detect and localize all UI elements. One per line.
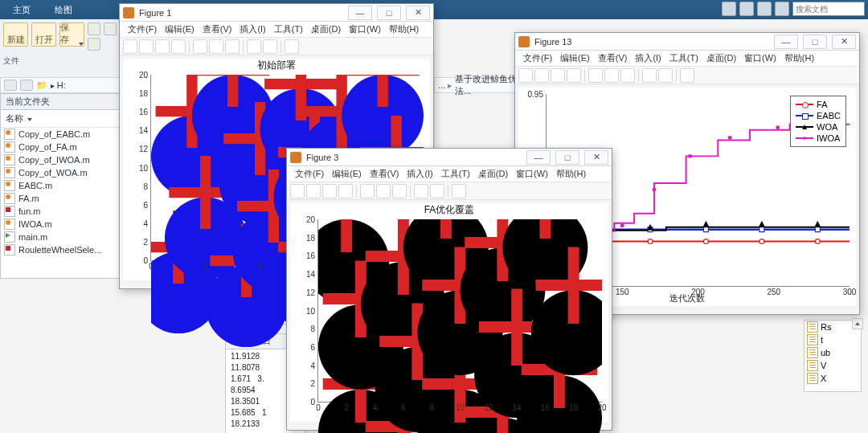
print-fig-icon[interactable]	[567, 68, 581, 83]
zoom-icon[interactable]	[376, 184, 391, 198]
file-row[interactable]: FA.m	[1, 192, 120, 205]
file-row[interactable]: main.m	[1, 231, 120, 243]
menu-item[interactable]: 文件(F)	[520, 51, 555, 66]
menu-item[interactable]: 编辑(E)	[329, 166, 365, 182]
scroll-up-button[interactable]	[852, 318, 863, 329]
new-fig-icon[interactable]	[123, 39, 137, 54]
minimize-button[interactable]: —	[526, 150, 551, 165]
menu-item[interactable]: 查看(V)	[199, 22, 235, 37]
file-row[interactable]: IWOA.m	[1, 218, 120, 231]
data-cursor-icon[interactable]	[658, 68, 673, 83]
figure-13-titlebar[interactable]: Figure 13 — □ ✕	[515, 33, 859, 51]
menu-item[interactable]: 帮助(H)	[781, 51, 817, 66]
compare-icon[interactable]	[88, 22, 100, 35]
rotate-icon[interactable]	[414, 184, 428, 198]
close-button[interactable]: ✕	[832, 35, 856, 49]
edit-plot-icon[interactable]	[360, 184, 375, 198]
menu-item[interactable]: 工具(T)	[666, 51, 702, 66]
open-fig-icon[interactable]	[534, 68, 549, 83]
print-fig-icon[interactable]	[338, 184, 353, 198]
file-col-name[interactable]: 名称	[1, 110, 120, 128]
menu-item[interactable]: 帮助(H)	[553, 166, 589, 182]
menu-item[interactable]: 文件(F)	[125, 22, 160, 37]
legend-icon[interactable]	[285, 39, 299, 54]
file-row[interactable]: Copy_of_WOA.m	[1, 166, 120, 179]
file-row[interactable]: RouletteWheelSele...	[1, 243, 120, 256]
zoom-icon[interactable]	[604, 68, 619, 83]
save-fig-icon[interactable]	[551, 68, 565, 83]
menu-item[interactable]: 桌面(D)	[308, 22, 344, 37]
pan-icon[interactable]	[620, 68, 635, 83]
figure-1-titlebar[interactable]: Figure 1 — □ ✕	[120, 4, 433, 22]
doc-search-input[interactable]	[792, 2, 865, 16]
figure-13-legend[interactable]: FAEABCWOAIWOA	[790, 96, 846, 147]
ribbon-tab-home[interactable]: 主页	[6, 1, 37, 19]
nav-back-button[interactable]	[4, 80, 17, 91]
addons-icon[interactable]	[757, 2, 772, 16]
pan-icon[interactable]	[392, 184, 407, 198]
new-script-button[interactable]: 新建	[3, 22, 28, 47]
menu-item[interactable]: 桌面(D)	[475, 166, 511, 182]
file-row[interactable]: Copy_of_FA.m	[1, 141, 120, 153]
file-row[interactable]: Copy_of_IWOA.m	[1, 153, 120, 166]
menu-item[interactable]: 插入(I)	[632, 51, 664, 66]
figure-3-titlebar[interactable]: Figure 3 — □ ✕	[287, 149, 612, 166]
data-cursor-icon[interactable]	[430, 184, 444, 198]
pan-icon[interactable]	[225, 39, 240, 54]
community-icon[interactable]	[739, 2, 754, 16]
new-fig-icon[interactable]	[518, 68, 533, 83]
x-tick: 4	[373, 402, 378, 412]
legend-icon[interactable]	[452, 184, 466, 198]
maximize-button[interactable]: □	[555, 150, 579, 165]
open-fig-icon[interactable]	[306, 184, 321, 198]
open-button[interactable]: 打开	[31, 22, 56, 47]
edit-plot-icon[interactable]	[193, 39, 207, 54]
print-icon[interactable]	[88, 38, 100, 51]
help-icon[interactable]	[722, 2, 736, 16]
file-row[interactable]: EABC.m	[1, 179, 120, 192]
close-button[interactable]: ✕	[584, 150, 608, 165]
nav-fwd-button[interactable]	[20, 80, 33, 91]
edit-plot-icon[interactable]	[588, 68, 603, 83]
figure-3-axes[interactable]: FA优化覆盖 +++++++++++++++ 20181614121086420…	[290, 203, 608, 422]
favorites-icon[interactable]	[775, 2, 789, 16]
rotate-icon[interactable]	[247, 39, 261, 54]
menu-item[interactable]: 窗口(W)	[346, 22, 384, 37]
workspace-var-row[interactable]: V	[805, 359, 861, 372]
menu-item[interactable]: 插入(I)	[236, 22, 268, 37]
new-fig-icon[interactable]	[290, 184, 305, 198]
menu-item[interactable]: 桌面(D)	[703, 51, 739, 66]
save-fig-icon[interactable]	[322, 184, 337, 198]
legend-icon[interactable]	[680, 68, 694, 83]
save-button[interactable]: 保存	[59, 22, 84, 47]
file-row[interactable]: Copy_of_EABC.m	[1, 128, 120, 141]
file-row[interactable]: fun.m	[1, 205, 120, 218]
menu-item[interactable]: 编辑(E)	[557, 51, 593, 66]
menu-item[interactable]: 工具(T)	[271, 22, 306, 37]
find-files-icon[interactable]	[104, 22, 117, 35]
zoom-icon[interactable]	[209, 39, 223, 54]
maximize-button[interactable]: □	[803, 35, 827, 49]
save-fig-icon[interactable]	[155, 39, 170, 54]
menu-item[interactable]: 帮助(H)	[386, 22, 422, 37]
menu-item[interactable]: 文件(F)	[292, 166, 327, 182]
menu-item[interactable]: 窗口(W)	[741, 51, 780, 66]
menu-item[interactable]: 查看(V)	[595, 51, 631, 66]
rotate-icon[interactable]	[642, 68, 657, 83]
maximize-button[interactable]: □	[377, 6, 401, 20]
menu-item[interactable]: 查看(V)	[366, 166, 403, 182]
ribbon-tab-plots[interactable]: 绘图	[48, 1, 79, 19]
menu-item[interactable]: 窗口(W)	[513, 166, 551, 182]
menu-item[interactable]: 编辑(E)	[162, 22, 198, 37]
open-fig-icon[interactable]	[139, 39, 154, 54]
menu-item[interactable]: 插入(I)	[403, 166, 436, 182]
workspace-var-row[interactable]: X	[805, 372, 861, 385]
minimize-button[interactable]: —	[348, 6, 372, 20]
workspace-var-row[interactable]: ub	[805, 346, 861, 359]
minimize-button[interactable]: —	[774, 35, 798, 49]
print-fig-icon[interactable]	[171, 39, 186, 54]
close-button[interactable]: ✕	[406, 6, 430, 20]
workspace-var-row[interactable]: t	[805, 333, 861, 346]
menu-item[interactable]: 工具(T)	[438, 166, 473, 182]
data-cursor-icon[interactable]	[263, 39, 277, 54]
